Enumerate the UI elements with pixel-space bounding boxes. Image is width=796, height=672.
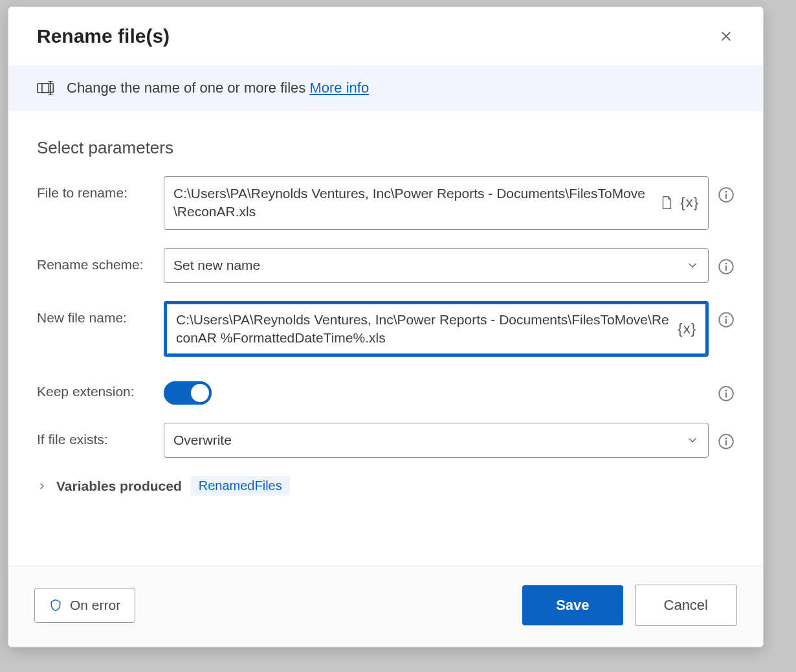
banner-text: Change the name of one or more files bbox=[67, 80, 309, 96]
toggle-knob bbox=[191, 384, 209, 402]
dialog-footer: On error Save Cancel bbox=[8, 566, 763, 647]
on-error-button[interactable]: On error bbox=[34, 588, 135, 623]
rename-icon bbox=[37, 81, 55, 95]
info-banner-text: Change the name of one or more files Mor… bbox=[67, 80, 369, 96]
svg-rect-7 bbox=[725, 265, 727, 271]
variable-picker-icon[interactable]: {x} bbox=[680, 194, 699, 211]
variable-pill[interactable]: RenamedFiles bbox=[191, 476, 290, 496]
close-button[interactable] bbox=[715, 25, 737, 47]
shield-icon bbox=[49, 598, 62, 612]
svg-point-9 bbox=[725, 315, 727, 317]
cancel-button[interactable]: Cancel bbox=[635, 585, 737, 626]
file-to-rename-value: C:\Users\PA\Reynolds Ventures, Inc\Power… bbox=[173, 185, 653, 221]
svg-point-12 bbox=[725, 390, 727, 392]
svg-rect-16 bbox=[725, 441, 727, 446]
if-file-exists-select[interactable]: Overwrite bbox=[164, 423, 709, 458]
rename-scheme-label: Rename scheme: bbox=[37, 248, 164, 273]
variables-produced-row[interactable]: Variables produced RenamedFiles bbox=[37, 476, 735, 496]
svg-rect-10 bbox=[725, 319, 727, 324]
rename-files-dialog: Rename file(s) Change the name of one or… bbox=[8, 6, 764, 647]
svg-point-3 bbox=[725, 191, 727, 193]
field-keep-extension: Keep extension: bbox=[37, 375, 735, 405]
variable-picker-icon[interactable]: {x} bbox=[678, 320, 696, 337]
rename-scheme-value: Set new name bbox=[173, 258, 260, 273]
svg-point-6 bbox=[725, 262, 727, 264]
new-file-name-value: C:\Users\PA\Reynolds Ventures, Inc\Power… bbox=[176, 311, 671, 348]
if-file-exists-label: If file exists: bbox=[37, 423, 164, 447]
keep-extension-label: Keep extension: bbox=[37, 375, 164, 399]
dialog-backdrop: Rename file(s) Change the name of one or… bbox=[0, 0, 796, 672]
if-file-exists-value: Overwrite bbox=[173, 432, 232, 448]
info-icon[interactable] bbox=[718, 258, 735, 275]
save-button[interactable]: Save bbox=[522, 585, 623, 625]
svg-rect-13 bbox=[725, 393, 727, 398]
dialog-title: Rename file(s) bbox=[37, 25, 715, 47]
on-error-label: On error bbox=[70, 598, 120, 613]
file-to-rename-label: File to rename: bbox=[37, 176, 164, 201]
field-file-to-rename: File to rename: C:\Users\PA\Reynolds Ven… bbox=[37, 176, 735, 230]
info-icon[interactable] bbox=[718, 186, 735, 203]
new-file-name-label: New file name: bbox=[37, 301, 164, 326]
chevron-right-icon bbox=[37, 481, 47, 491]
info-icon[interactable] bbox=[718, 433, 735, 450]
section-title: Select parameters bbox=[37, 138, 735, 158]
more-info-link[interactable]: More info bbox=[309, 80, 369, 96]
chevron-down-icon bbox=[686, 434, 699, 447]
rename-scheme-select[interactable]: Set new name bbox=[164, 248, 709, 283]
svg-rect-1 bbox=[42, 84, 54, 93]
info-icon[interactable] bbox=[718, 385, 735, 402]
svg-point-15 bbox=[725, 438, 727, 440]
svg-rect-4 bbox=[725, 194, 727, 199]
field-rename-scheme: Rename scheme: Set new name bbox=[37, 248, 735, 283]
file-picker-icon[interactable] bbox=[659, 196, 674, 210]
variables-produced-label: Variables produced bbox=[56, 478, 182, 494]
new-file-name-input[interactable]: C:\Users\PA\Reynolds Ventures, Inc\Power… bbox=[164, 301, 709, 357]
file-to-rename-input[interactable]: C:\Users\PA\Reynolds Ventures, Inc\Power… bbox=[164, 176, 709, 230]
dialog-body: Select parameters File to rename: C:\Use… bbox=[8, 111, 763, 566]
field-if-file-exists: If file exists: Overwrite bbox=[37, 423, 735, 458]
svg-rect-0 bbox=[38, 84, 49, 93]
chevron-down-icon bbox=[686, 259, 699, 272]
close-icon bbox=[720, 30, 733, 43]
dialog-titlebar: Rename file(s) bbox=[8, 7, 763, 65]
info-banner: Change the name of one or more files Mor… bbox=[8, 65, 763, 111]
field-new-file-name: New file name: C:\Users\PA\Reynolds Vent… bbox=[37, 301, 735, 357]
info-icon[interactable] bbox=[718, 311, 735, 328]
keep-extension-toggle[interactable] bbox=[164, 381, 212, 405]
